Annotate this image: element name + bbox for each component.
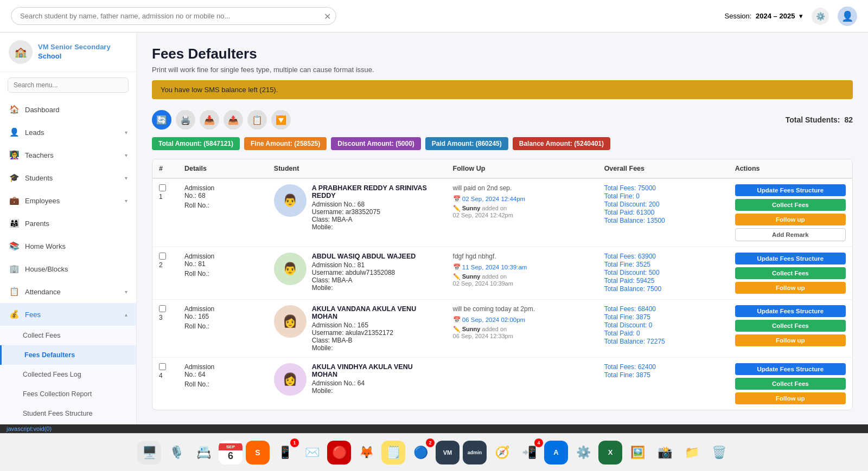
export-button[interactable]: 📤	[224, 110, 243, 130]
sidebar-item-teachers[interactable]: 👩‍🏫 Teachers ▾	[0, 144, 136, 166]
employees-icon: 💼	[9, 195, 20, 206]
dock-excel[interactable]: X	[598, 441, 622, 464]
student-username: Username: abdulw71352088	[312, 269, 440, 276]
row-followup: will be coming today at 2pm. 📅 06 Sep, 2…	[446, 300, 598, 358]
settings-icon[interactable]: ⚙️	[812, 8, 829, 25]
sidebar-search[interactable]	[0, 72, 136, 98]
fees-defaulters-table: # Details Student Follow Up Overall Fees…	[152, 159, 853, 410]
student-class: Class: MBA-A	[312, 216, 440, 223]
dock-settings[interactable]: ⚙️	[571, 441, 595, 464]
sidebar-item-leads[interactable]: 👤 Leads ▾	[0, 121, 136, 144]
row-student: 👩 AKULA VINDHYA AKULA VENU MOHAN Admissi…	[267, 358, 446, 410]
attendance-icon: 📋	[9, 286, 20, 297]
dock-facetime[interactable]: 📲 4	[517, 441, 541, 464]
update-fees-button[interactable]: Update Fees Structure	[735, 253, 846, 264]
dock-files[interactable]: 📁	[680, 441, 704, 464]
search-box[interactable]: ✕	[11, 7, 336, 25]
dock-notes[interactable]: 🗒️	[381, 441, 405, 464]
sidebar-item-student-fees-structure[interactable]: Student Fees Structure	[0, 404, 136, 423]
row-check[interactable]: 2	[152, 247, 178, 300]
leads-icon: 👤	[9, 127, 20, 138]
collect-fees-button[interactable]: Collect Fees	[735, 267, 846, 279]
sidebar-item-fees-collection-report[interactable]: Fees Collection Report	[0, 384, 136, 404]
update-fees-button[interactable]: Update Fees Structure	[735, 363, 846, 375]
total-balance: Total Balance: 72275	[604, 338, 722, 345]
sidebar-item-collected-fees-log[interactable]: Collected Fees Log	[0, 365, 136, 384]
share-button[interactable]: 📋	[247, 110, 267, 130]
sidebar-search-input[interactable]	[8, 78, 129, 93]
followup-button[interactable]: Follow up	[735, 392, 846, 404]
refresh-button[interactable]: 🔄	[152, 110, 171, 130]
dock-vadmin[interactable]: admin	[463, 441, 487, 464]
sub-item-label: Fees Collection Report	[23, 390, 92, 398]
remark-button[interactable]: Add Remark	[735, 228, 846, 241]
sidebar-item-homeworks[interactable]: 📚 Home Works	[0, 235, 136, 257]
row-checkbox-4[interactable]	[159, 363, 166, 370]
sidebar-item-employees[interactable]: 💼 Employees ▾	[0, 189, 136, 212]
update-fees-button[interactable]: Update Fees Structure	[735, 305, 846, 317]
avatar[interactable]: 👤	[838, 7, 857, 26]
sidebar-item-label: Teachers	[25, 151, 54, 159]
sidebar-item-fees[interactable]: 💰 Fees ▴	[0, 303, 136, 326]
collect-fees-button[interactable]: Collect Fees	[735, 320, 846, 332]
dock-whatsapp[interactable]: 📱 1	[273, 441, 297, 464]
student-admission: Admission No.: 81	[312, 261, 440, 269]
sidebar-item-students[interactable]: 🎓 Students ▾	[0, 166, 136, 189]
collect-fees-button[interactable]: Collect Fees	[735, 199, 846, 211]
followup-button[interactable]: Follow up	[735, 214, 846, 225]
search-input[interactable]	[11, 7, 336, 25]
row-check[interactable]: 4	[152, 358, 178, 410]
sub-item-label: Fees Defaulters	[24, 351, 75, 359]
sidebar-item-collect-fees[interactable]: Collect Fees	[0, 326, 136, 345]
dock-appstore[interactable]: A	[544, 441, 568, 464]
fine-amount-badge: Fine Amount: (258525)	[244, 137, 327, 150]
dock-vmemo[interactable]: VM	[436, 441, 459, 464]
fees-submenu: Collect Fees Fees Defaulters Collected F…	[0, 326, 136, 423]
dock-contacts[interactable]: 📇	[192, 441, 215, 464]
dock-safari[interactable]: 🧭	[490, 441, 514, 464]
sidebar-item-label: Dashboard	[25, 106, 60, 114]
sidebar-item-attendance[interactable]: 📋 Attendance ▾	[0, 280, 136, 303]
total-fine: Total Fine: 3525	[604, 261, 722, 268]
sidebar-item-dashboard[interactable]: 🏠 Dashboard	[0, 98, 136, 121]
sub-item-label: Collect Fees	[23, 332, 60, 339]
dock-chrome[interactable]: 🔵 2	[409, 441, 432, 464]
dock-capture[interactable]: 📸	[653, 441, 676, 464]
followup-button[interactable]: Follow up	[735, 282, 846, 294]
row-checkbox-2[interactable]	[159, 253, 166, 260]
download-button[interactable]: 📥	[200, 110, 219, 130]
row-check[interactable]: 3	[152, 300, 178, 358]
dock-finder[interactable]: 🖥️	[137, 441, 161, 464]
dock-mail[interactable]: ✉️	[300, 441, 324, 464]
sidebar-item-houseblocks[interactable]: 🏢 House/Blocks	[0, 257, 136, 280]
sidebar-item-label: Fees	[25, 311, 41, 319]
sidebar-item-fees-defaulters[interactable]: Fees Defaulters	[0, 345, 136, 365]
search-clear-icon[interactable]: ✕	[324, 11, 331, 21]
status-bar: javascript:void(0)	[0, 424, 868, 433]
school-name: VM Senior Secondary School	[38, 43, 111, 61]
dock-op[interactable]: 🔴	[327, 441, 351, 464]
dock-firefox[interactable]: 🦊	[354, 441, 378, 464]
sidebar-item-parents[interactable]: 👨‍👩‍👧 Parents	[0, 212, 136, 235]
house-icon: 🏢	[9, 263, 20, 274]
row-checkbox-1[interactable]	[159, 184, 166, 191]
sidebar-item-label: Parents	[25, 220, 49, 228]
dock-siri[interactable]: 🎙️	[164, 441, 188, 464]
print-button[interactable]: 🖨️	[176, 110, 195, 130]
filter-button[interactable]: 🔽	[271, 110, 291, 130]
row-check[interactable]: 1	[152, 178, 178, 247]
dock-trash[interactable]: 🗑️	[707, 441, 731, 464]
collect-fees-button[interactable]: Collect Fees	[735, 378, 846, 390]
followup-button[interactable]: Follow up	[735, 334, 846, 346]
row-student: 👨 ABDUL WASIQ ABDUL WAJEED Admission No.…	[267, 247, 446, 300]
dock-sublime[interactable]: S	[246, 441, 270, 464]
sidebar: 🏫 VM Senior Secondary School 🏠 Dashboard…	[0, 33, 137, 424]
dock-calendar[interactable]: SEP 6	[219, 441, 242, 464]
row-details: AdmissionNo.: 68 Roll No.:	[178, 178, 267, 247]
row-checkbox-3[interactable]	[159, 305, 166, 312]
update-fees-button[interactable]: Update Fees Structure	[735, 184, 846, 196]
chevron-down-icon[interactable]: ▾	[799, 12, 803, 20]
student-admission: Admission No.: 64	[312, 379, 440, 387]
dock-preview[interactable]: 🖼️	[626, 441, 649, 464]
sidebar-item-label: Leads	[25, 128, 44, 137]
